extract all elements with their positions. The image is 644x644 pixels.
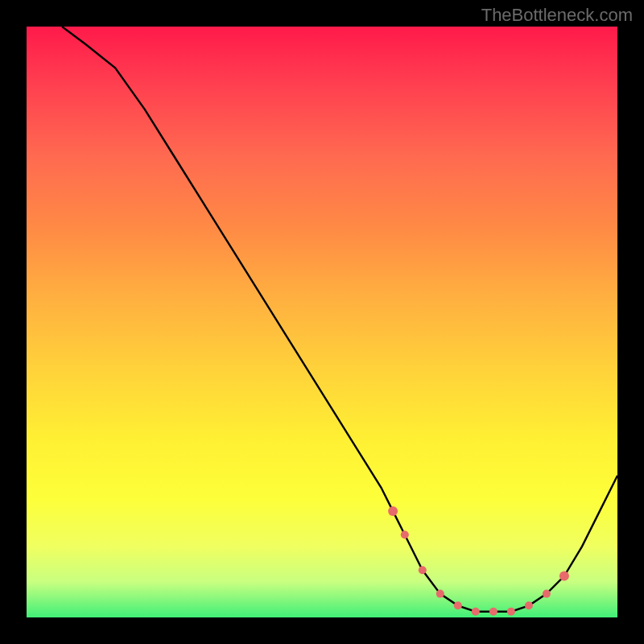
marker-point [401, 530, 409, 539]
marker-point [507, 608, 515, 616]
marker-point [388, 506, 398, 516]
marker-point [489, 608, 497, 616]
attribution-text: TheBottleneck.com [481, 5, 633, 26]
marker-point [543, 590, 551, 598]
marker-point [525, 601, 533, 609]
marker-point [559, 572, 569, 581]
marker-point [436, 590, 444, 598]
chart-plot-area [27, 27, 617, 617]
marker-point [419, 566, 427, 574]
chart-svg [27, 27, 617, 617]
marker-point [472, 608, 480, 616]
highlighted-range-markers [388, 506, 569, 616]
bottleneck-curve [62, 27, 617, 612]
marker-point [454, 601, 462, 609]
